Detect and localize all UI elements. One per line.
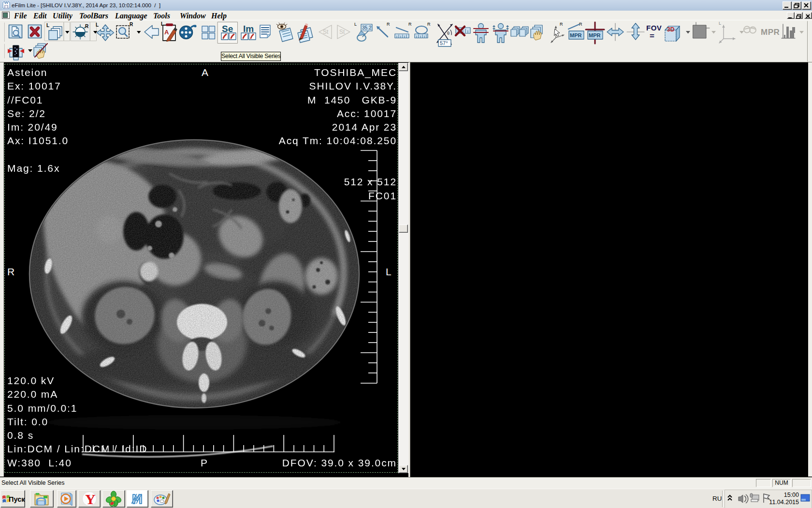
svg-text:L: L [46,23,49,28]
svg-text:L: L [96,22,99,28]
svg-text:R: R [408,22,412,27]
svg-text:Im: Im [243,24,254,34]
svg-text:MPR: MPR [761,28,780,37]
svg-text:Пуск: Пуск [9,495,25,503]
svg-text:L: L [354,22,357,27]
svg-text:St: St [339,29,345,35]
svg-text:A: A [164,29,169,36]
svg-text:R: R [427,22,431,27]
svg-text:57°: 57° [440,40,448,46]
svg-text:MPR: MPR [570,32,582,38]
svg-text:θ: θ [447,31,450,36]
svg-text:Y: Y [85,491,96,507]
svg-text:L: L [719,21,721,26]
svg-text:FOV: FOV [646,24,662,32]
svg-text:=: = [650,31,654,41]
svg-text:35.2: 35.2 [362,25,372,30]
svg-text:MPR: MPR [589,32,601,38]
svg-text:R: R [387,22,390,27]
svg-text:Se: Se [222,24,233,34]
svg-text:R: R [85,24,89,29]
svg-text:R: R [560,22,563,27]
svg-text:3D: 3D [667,26,675,33]
svg-text:R: R [130,22,133,27]
svg-text:St: St [323,29,329,35]
